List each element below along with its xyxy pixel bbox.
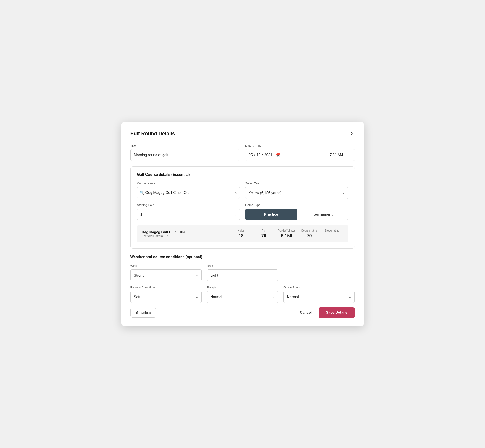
date-year: 2021 <box>264 153 273 157</box>
game-type-toggle: Practice Tournament <box>245 208 348 220</box>
rough-dropdown[interactable]: ShortNormalLongThick <box>207 291 278 303</box>
game-type-label: Game Type <box>245 203 348 207</box>
close-button[interactable]: × <box>350 130 355 137</box>
starting-hole-dropdown[interactable]: 1234 5678 910 <box>137 208 240 220</box>
datetime-inputs: 05 / 12 / 2021 📅 7:31 AM <box>245 149 355 161</box>
trash-icon: 🗑 <box>136 311 139 315</box>
starting-hole-wrapper: 1234 5678 910 ⌄ <box>137 208 240 220</box>
starting-hole-group: Starting Hole 1234 5678 910 ⌄ <box>137 203 240 220</box>
fairway-group: Fairway Conditions FirmNormalSoftWet ⌄ <box>130 286 202 303</box>
course-rating-label: Course rating <box>301 229 317 232</box>
yards-label: Yards(Yellow) <box>278 229 295 232</box>
footer-right: Cancel Save Details <box>298 307 355 318</box>
wind-group: Wind NoneLightModerateStrong ⌄ <box>130 264 202 281</box>
holes-value: 18 <box>238 233 243 238</box>
date-day: 12 <box>256 153 260 157</box>
golf-course-section: Golf Course details (Essential) Course N… <box>130 166 355 248</box>
yards-stat: Yards(Yellow) 6,156 <box>275 229 298 238</box>
calendar-icon[interactable]: 📅 <box>275 153 280 157</box>
spacer <box>283 264 355 281</box>
course-name-group: Course Name 🔍 ✕ <box>137 182 240 199</box>
holes-label: Holes <box>237 229 244 232</box>
practice-button[interactable]: Practice <box>245 209 297 220</box>
date-input-box[interactable]: 05 / 12 / 2021 📅 <box>245 149 318 161</box>
fairway-wrapper: FirmNormalSoftWet ⌄ <box>130 291 202 303</box>
course-rating-value: 70 <box>307 233 312 238</box>
title-field-group: Title <box>130 144 240 161</box>
par-label: Par <box>262 229 266 232</box>
slope-rating-stat: Slope rating - <box>321 229 344 238</box>
starting-hole-label: Starting Hole <box>137 203 240 207</box>
green-speed-dropdown[interactable]: SlowNormalFastVery Fast <box>283 291 355 303</box>
select-tee-dropdown[interactable]: Yellow (6,156 yards) White (6,500 yards)… <box>245 187 348 199</box>
yards-value: 6,156 <box>281 233 292 238</box>
green-speed-wrapper: SlowNormalFastVery Fast ⌄ <box>283 291 355 303</box>
wind-rain-row: Wind NoneLightModerateStrong ⌄ Rain None… <box>130 264 355 281</box>
modal-header: Edit Round Details × <box>130 130 355 137</box>
clear-icon[interactable]: ✕ <box>234 191 237 195</box>
date-sep2: / <box>262 153 263 157</box>
select-tee-wrapper: Yellow (6,156 yards) White (6,500 yards)… <box>245 187 348 199</box>
title-label: Title <box>130 144 240 147</box>
hole-gametype-row: Starting Hole 1234 5678 910 ⌄ Game Type … <box>137 203 348 220</box>
course-name-label: Course Name <box>137 182 240 185</box>
green-speed-group: Green Speed SlowNormalFastVery Fast ⌄ <box>283 286 355 303</box>
wind-wrapper: NoneLightModerateStrong ⌄ <box>130 269 202 281</box>
rain-dropdown[interactable]: NoneLightModerateHeavy <box>207 269 278 281</box>
slope-rating-label: Slope rating <box>325 229 339 232</box>
golf-section-title: Golf Course details (Essential) <box>137 173 348 177</box>
time-value: 7:31 AM <box>330 153 343 157</box>
search-icon: 🔍 <box>140 191 144 195</box>
rough-wrapper: ShortNormalLongThick ⌄ <box>207 291 278 303</box>
wind-label: Wind <box>130 264 202 267</box>
game-type-group: Game Type Practice Tournament <box>245 203 348 220</box>
course-location: Shelford Bottom, UK <box>142 234 230 238</box>
title-datetime-row: Title Date & Time 05 / 12 / 2021 📅 7:31 … <box>130 144 355 161</box>
edit-round-modal: Edit Round Details × Title Date & Time 0… <box>121 122 364 326</box>
delete-button[interactable]: 🗑 Delete <box>130 308 156 318</box>
rain-wrapper: NoneLightModerateHeavy ⌄ <box>207 269 278 281</box>
course-primary-name: Gog Magog Golf Club - Old, <box>142 230 230 234</box>
rain-label: Rain <box>207 264 278 267</box>
date-sep1: / <box>254 153 255 157</box>
course-info-name: Gog Magog Golf Club - Old, Shelford Bott… <box>142 230 230 238</box>
datetime-label: Date & Time <box>245 144 355 147</box>
course-name-wrapper: 🔍 ✕ <box>137 187 240 199</box>
date-month: 05 <box>249 153 253 157</box>
fairway-dropdown[interactable]: FirmNormalSoftWet <box>130 291 202 303</box>
par-value: 70 <box>261 233 266 238</box>
delete-label: Delete <box>141 311 151 315</box>
conditions-row: Fairway Conditions FirmNormalSoftWet ⌄ R… <box>130 286 355 303</box>
time-input-box[interactable]: 7:31 AM <box>318 149 355 161</box>
rain-group: Rain NoneLightModerateHeavy ⌄ <box>207 264 278 281</box>
fairway-label: Fairway Conditions <box>130 286 202 289</box>
course-name-input[interactable] <box>137 187 240 199</box>
weather-title: Weather and course conditions (optional) <box>130 255 355 259</box>
select-tee-label: Select Tee <box>245 182 348 185</box>
weather-section: Weather and course conditions (optional)… <box>130 255 355 303</box>
select-tee-group: Select Tee Yellow (6,156 yards) White (6… <box>245 182 348 199</box>
title-input[interactable] <box>130 149 240 161</box>
rough-group: Rough ShortNormalLongThick ⌄ <box>207 286 278 303</box>
tournament-button[interactable]: Tournament <box>297 209 348 220</box>
save-button[interactable]: Save Details <box>319 307 355 318</box>
slope-rating-value: - <box>331 233 333 238</box>
green-speed-label: Green Speed <box>283 286 355 289</box>
rough-label: Rough <box>207 286 278 289</box>
modal-title: Edit Round Details <box>130 131 175 136</box>
par-stat: Par 70 <box>252 229 275 238</box>
course-info-bar: Gog Magog Golf Club - Old, Shelford Bott… <box>137 225 348 242</box>
wind-dropdown[interactable]: NoneLightModerateStrong <box>130 269 202 281</box>
cancel-button[interactable]: Cancel <box>298 308 314 317</box>
course-rating-stat: Course rating 70 <box>298 229 321 238</box>
modal-footer: 🗑 Delete Cancel Save Details <box>130 305 355 318</box>
course-tee-row: Course Name 🔍 ✕ Select Tee Yellow (6,156… <box>137 182 348 199</box>
datetime-field-group: Date & Time 05 / 12 / 2021 📅 7:31 AM <box>245 144 355 161</box>
holes-stat: Holes 18 <box>230 229 252 238</box>
